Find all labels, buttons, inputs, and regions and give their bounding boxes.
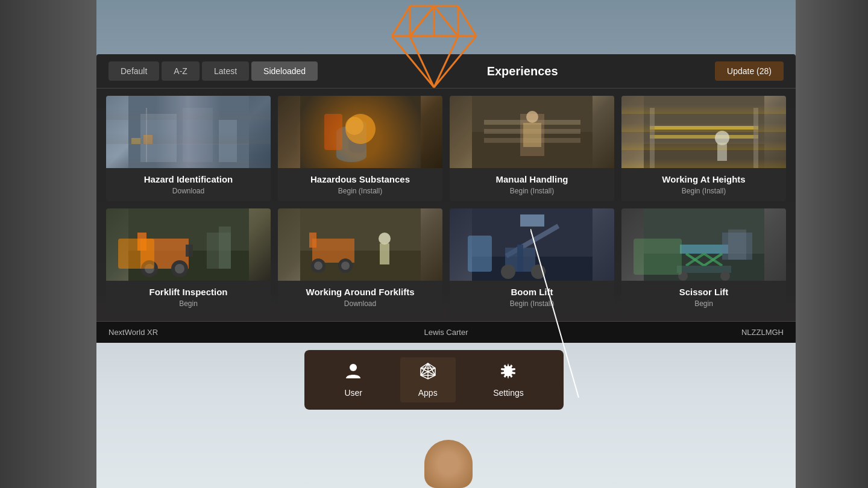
card-title-hazard: Hazard Identification bbox=[113, 174, 263, 184]
svg-rect-25 bbox=[143, 135, 153, 144]
svg-point-85 bbox=[678, 271, 688, 281]
card-working-forklifts[interactable]: Working Around Forklifts Download bbox=[278, 208, 442, 314]
svg-point-67 bbox=[379, 233, 391, 245]
card-image-forklift bbox=[106, 208, 271, 281]
card-subtitle-waf: Download bbox=[285, 299, 435, 308]
svg-point-29 bbox=[345, 114, 376, 144]
card-image-hazard bbox=[106, 96, 271, 168]
nav-item-settings[interactable]: Settings bbox=[475, 357, 542, 402]
svg-rect-68 bbox=[380, 243, 389, 264]
footer-user: Lewis Carter bbox=[333, 328, 558, 337]
card-scissor-lift[interactable]: Scissor Lift Begin bbox=[621, 208, 786, 314]
card-hazard-identification[interactable]: Hazard Identification Download bbox=[106, 96, 271, 201]
card-info-scissor: Scissor Lift Begin bbox=[621, 281, 786, 314]
card-image-scissor bbox=[621, 208, 786, 281]
card-image-boom bbox=[450, 208, 614, 281]
update-button[interactable]: Update (28) bbox=[715, 61, 784, 81]
user-icon bbox=[344, 362, 362, 384]
svg-point-86 bbox=[720, 271, 730, 281]
svg-rect-27 bbox=[336, 126, 366, 162]
card-info-heights: Working At Heights Begin (Install) bbox=[621, 168, 786, 201]
svg-rect-62 bbox=[309, 233, 316, 248]
bottom-nav: User Apps Settings bbox=[304, 350, 564, 410]
card-title-boom: Boom Lift bbox=[457, 287, 607, 297]
card-subtitle-scissor: Begin bbox=[629, 299, 779, 308]
svg-rect-24 bbox=[131, 138, 140, 144]
card-info-hazardous: Hazardous Substances Begin (Install) bbox=[278, 168, 442, 201]
card-title-hazardous: Hazardous Substances bbox=[285, 174, 435, 184]
svg-point-75 bbox=[531, 264, 546, 279]
card-info-boom: Boom Lift Begin (Install) bbox=[450, 281, 614, 314]
card-subtitle-boom: Begin (Install) bbox=[457, 299, 607, 308]
hand-controller bbox=[424, 440, 473, 488]
svg-point-46 bbox=[715, 131, 729, 145]
svg-rect-30 bbox=[324, 114, 342, 150]
card-title-forklift: Forklift Inspection bbox=[113, 287, 263, 297]
card-image-waf bbox=[278, 208, 442, 281]
svg-rect-18 bbox=[128, 96, 249, 168]
card-info-waf: Working Around Forklifts Download bbox=[278, 281, 442, 314]
nav-label-user: User bbox=[344, 388, 362, 398]
card-image-hazardous bbox=[278, 96, 442, 168]
card-image-heights bbox=[621, 96, 786, 168]
tab-default[interactable]: Default bbox=[108, 61, 159, 81]
card-subtitle-hazardous: Begin (Install) bbox=[285, 187, 435, 195]
tab-az[interactable]: A-Z bbox=[162, 61, 200, 81]
card-hazardous-substances[interactable]: Hazardous Substances Begin (Install) bbox=[278, 96, 442, 201]
card-image-manual bbox=[450, 96, 614, 168]
svg-rect-43 bbox=[650, 135, 758, 139]
main-panel: Default A-Z Latest Sideloaded Experience… bbox=[96, 54, 796, 343]
svg-rect-21 bbox=[219, 120, 237, 162]
apps-icon bbox=[419, 362, 437, 384]
card-info-hazard: Hazard Identification Download bbox=[106, 168, 271, 201]
svg-point-64 bbox=[314, 261, 322, 270]
card-subtitle-hazard: Download bbox=[113, 187, 263, 195]
svg-rect-40 bbox=[644, 96, 764, 168]
svg-point-56 bbox=[175, 264, 184, 274]
svg-point-38 bbox=[526, 111, 538, 123]
tab-latest[interactable]: Latest bbox=[202, 61, 249, 81]
svg-rect-44 bbox=[650, 108, 655, 168]
diamond-logo bbox=[374, 0, 494, 96]
svg-rect-58 bbox=[219, 227, 231, 269]
svg-rect-51 bbox=[137, 233, 146, 251]
footer-brand: NextWorld XR bbox=[108, 328, 333, 337]
card-forklift-inspection[interactable]: Forklift Inspection Begin bbox=[106, 208, 271, 314]
svg-point-54 bbox=[145, 264, 154, 274]
nav-label-apps: Apps bbox=[418, 388, 438, 398]
panel-footer: NextWorld XR Lewis Carter NLZZLMGH bbox=[96, 321, 796, 343]
svg-line-2 bbox=[410, 6, 434, 36]
svg-line-8 bbox=[458, 6, 476, 36]
nav-item-apps[interactable]: Apps bbox=[400, 357, 456, 402]
card-title-scissor: Scissor Lift bbox=[629, 287, 779, 297]
svg-rect-39 bbox=[523, 123, 541, 147]
experiences-grid: Hazard Identification Download Hazardous… bbox=[96, 89, 796, 321]
svg-point-31 bbox=[345, 117, 363, 135]
svg-rect-41 bbox=[644, 144, 764, 168]
svg-point-66 bbox=[341, 261, 350, 270]
card-boom-lift[interactable]: Boom Lift Begin (Install) bbox=[450, 208, 614, 314]
svg-rect-76 bbox=[517, 245, 523, 272]
svg-rect-47 bbox=[717, 143, 727, 161]
svg-line-6 bbox=[392, 6, 410, 36]
card-working-heights[interactable]: Working At Heights Begin (Install) bbox=[621, 96, 786, 201]
card-subtitle-forklift: Begin bbox=[113, 299, 263, 308]
right-wall bbox=[796, 0, 868, 488]
svg-rect-45 bbox=[753, 108, 758, 168]
nav-item-user[interactable]: User bbox=[326, 357, 380, 402]
svg-point-74 bbox=[501, 264, 515, 279]
settings-icon bbox=[499, 362, 517, 384]
svg-rect-72 bbox=[520, 214, 544, 227]
card-title-waf: Working Around Forklifts bbox=[285, 287, 435, 297]
svg-rect-42 bbox=[650, 126, 758, 130]
card-subtitle-heights: Begin (Install) bbox=[629, 187, 779, 195]
card-subtitle-manual: Begin (Install) bbox=[457, 187, 607, 195]
nav-label-settings: Settings bbox=[493, 388, 524, 398]
svg-point-90 bbox=[350, 364, 357, 371]
tab-sideloaded[interactable]: Sideloaded bbox=[251, 61, 318, 81]
svg-rect-28 bbox=[348, 120, 366, 153]
svg-rect-26 bbox=[300, 96, 421, 168]
svg-rect-88 bbox=[728, 230, 746, 260]
svg-rect-79 bbox=[680, 245, 728, 254]
card-manual-handling[interactable]: Manual Handling Begin (Install) bbox=[450, 96, 614, 201]
